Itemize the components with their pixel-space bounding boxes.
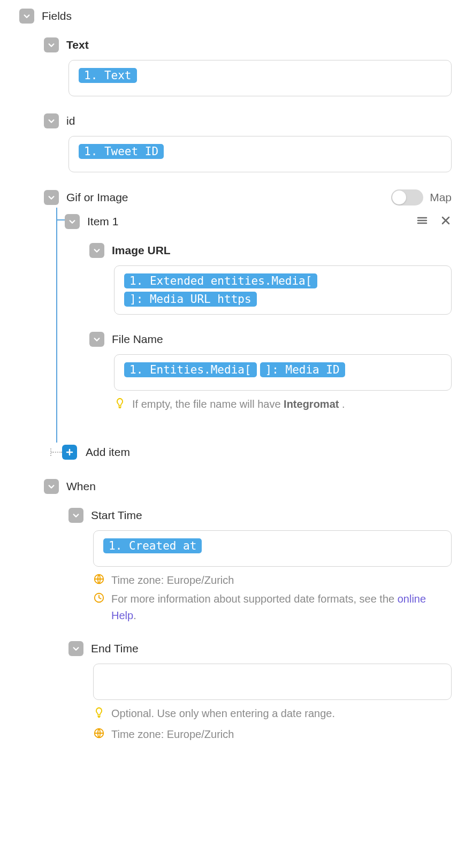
end-time-optional-hint: Optional. Use only when entering a date … <box>93 705 452 722</box>
chevron-down-icon[interactable] <box>68 641 83 656</box>
start-time-input[interactable]: 1. Created at <box>93 530 452 567</box>
globe-icon <box>93 727 105 739</box>
chevron-down-icon[interactable] <box>19 9 34 24</box>
image-url-label: Image URL <box>112 244 171 257</box>
image-url-input[interactable]: 1. Extended entities.Media[ ]: Media URL… <box>114 265 452 315</box>
clock-icon <box>93 592 105 604</box>
file-name-pill-2[interactable]: ]: Media ID <box>260 362 345 377</box>
text-label: Text <box>66 39 89 51</box>
close-icon[interactable] <box>440 215 452 229</box>
start-time-info-hint: For more information about supported dat… <box>93 591 452 624</box>
map-label: Map <box>430 191 452 204</box>
lightbulb-icon <box>114 397 126 409</box>
globe-icon <box>93 573 105 585</box>
chevron-down-icon[interactable] <box>65 214 80 229</box>
file-name-hint-strong: Integromat <box>284 398 339 410</box>
chevron-down-icon[interactable] <box>44 190 59 205</box>
end-time-optional-text: Optional. Use only when entering a date … <box>111 705 335 722</box>
map-toggle[interactable] <box>391 189 423 205</box>
file-name-hint-prefix: If empty, the file name will have <box>132 398 284 410</box>
chevron-down-icon[interactable] <box>44 37 59 52</box>
file-name-hint: If empty, the file name will have Integr… <box>114 396 452 413</box>
id-input[interactable]: 1. Tweet ID <box>68 136 452 172</box>
gif-or-image-header[interactable]: Gif or Image Map <box>44 187 473 208</box>
end-time-tz-hint: Time zone: Europe/Zurich <box>93 726 452 743</box>
chevron-down-icon[interactable] <box>89 332 104 347</box>
chevron-down-icon[interactable] <box>89 243 104 258</box>
file-name-header[interactable]: File Name <box>89 330 473 349</box>
id-label: id <box>66 115 75 127</box>
file-name-pill-1[interactable]: 1. Entities.Media[ <box>124 362 257 377</box>
add-item-row[interactable]: Add item <box>62 443 130 462</box>
chevron-down-icon[interactable] <box>44 479 59 494</box>
start-time-info-suffix: . <box>133 610 136 621</box>
file-name-hint-suffix: . <box>339 398 345 410</box>
text-pill[interactable]: 1. Text <box>79 68 137 83</box>
end-time-input[interactable] <box>93 664 452 700</box>
end-time-label: End Time <box>91 642 139 655</box>
image-url-pill-1[interactable]: 1. Extended entities.Media[ <box>124 273 317 288</box>
id-pill[interactable]: 1. Tweet ID <box>79 144 164 159</box>
start-time-header[interactable]: Start Time <box>68 506 473 525</box>
gif-or-image-label: Gif or Image <box>66 191 128 204</box>
text-field-header[interactable]: Text <box>44 35 473 55</box>
start-time-tz-text: Time zone: Europe/Zurich <box>111 572 234 589</box>
lightbulb-icon <box>93 706 105 718</box>
add-item-label: Add item <box>86 446 130 459</box>
end-time-tz-text: Time zone: Europe/Zurich <box>111 726 234 743</box>
start-time-info-prefix: For more information about supported dat… <box>111 593 398 605</box>
start-time-pill[interactable]: 1. Created at <box>103 538 202 553</box>
image-url-pill-2[interactable]: ]: Media URL https <box>124 292 257 307</box>
text-input[interactable]: 1. Text <box>68 60 452 96</box>
item-1-label: Item 1 <box>87 215 118 228</box>
add-icon[interactable] <box>62 445 77 460</box>
file-name-label: File Name <box>112 333 163 346</box>
start-time-tz-hint: Time zone: Europe/Zurich <box>93 572 452 589</box>
file-name-input[interactable]: 1. Entities.Media[ ]: Media ID <box>114 354 452 391</box>
start-time-label: Start Time <box>91 509 142 522</box>
fields-header[interactable]: Fields <box>19 6 473 26</box>
fields-label: Fields <box>42 10 72 22</box>
reorder-icon[interactable] <box>416 215 428 229</box>
when-header[interactable]: When <box>44 477 473 496</box>
chevron-down-icon[interactable] <box>68 508 83 523</box>
when-label: When <box>66 480 96 493</box>
end-time-header[interactable]: End Time <box>68 639 473 658</box>
image-url-header[interactable]: Image URL <box>89 241 473 260</box>
chevron-down-icon[interactable] <box>44 113 59 128</box>
id-field-header[interactable]: id <box>44 111 473 131</box>
